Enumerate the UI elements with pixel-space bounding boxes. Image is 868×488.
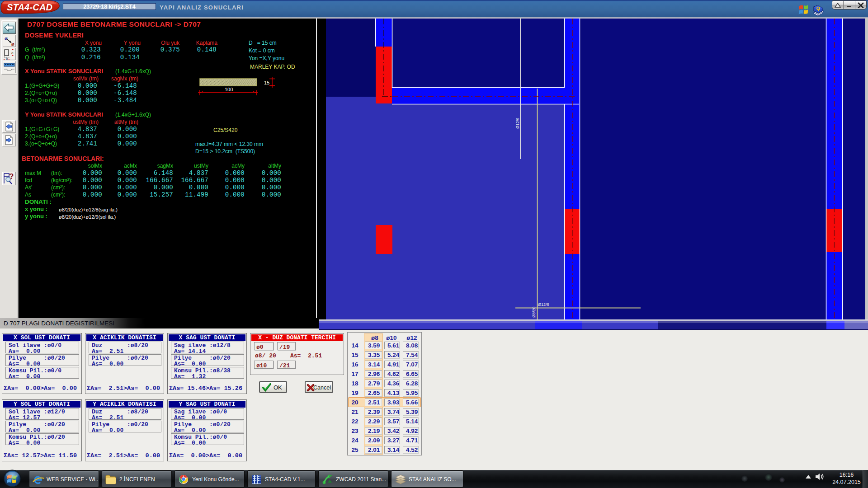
svg-text:Ø8/20: Ø8/20 [532, 306, 536, 318]
svg-text:Ø12/9: Ø12/9 [515, 117, 520, 129]
svg-text:b: b [6, 56, 8, 60]
svg-text:ø: ø [5, 36, 8, 41]
svg-text:Ø12/8: Ø12/8 [538, 302, 549, 307]
svg-text:ø: ø [11, 41, 14, 47]
svg-text:d: d [11, 51, 13, 55]
svg-text:100: 100 [225, 87, 233, 92]
svg-text:STA4-CAD: STA4-CAD [7, 2, 52, 12]
svg-text:15: 15 [264, 80, 269, 85]
